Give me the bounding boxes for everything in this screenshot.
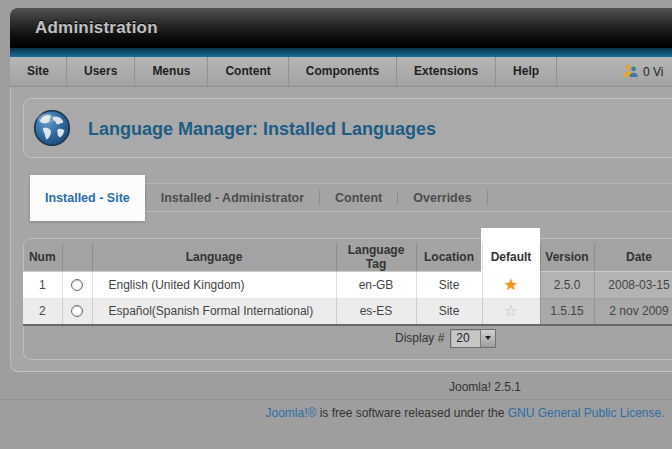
- display-limit-select[interactable]: 20: [450, 329, 496, 348]
- cell-location: Site: [416, 299, 482, 325]
- cell-default: ☆: [482, 299, 540, 325]
- menu-item-menus[interactable]: Menus: [135, 57, 208, 86]
- tab-separator: [487, 190, 488, 205]
- cell-language-tag: es-ES: [336, 299, 416, 325]
- window-title: Administration: [10, 8, 672, 48]
- menu-item-extensions[interactable]: Extensions: [397, 57, 496, 86]
- installed-languages-table: Num Language Language Tag Location Defau…: [23, 243, 672, 326]
- col-header-select: [62, 243, 92, 272]
- joomla-version-label: Joomla! 2.5.1: [0, 380, 672, 394]
- cell-version: 2.5.0: [540, 272, 594, 299]
- cell-date: 2008-03-15: [594, 272, 672, 299]
- cell-version: 1.5.15: [540, 299, 594, 325]
- star-icon-filled[interactable]: ★: [504, 276, 518, 293]
- footer-divider: [0, 399, 672, 400]
- tab-overrides[interactable]: Overrides: [398, 191, 486, 205]
- cell-language-tag: en-GB: [336, 272, 416, 299]
- cell-language: English (United Kingdom): [92, 272, 336, 299]
- star-icon-empty[interactable]: ☆: [504, 302, 518, 319]
- menu-item-help[interactable]: Help: [496, 57, 557, 86]
- menu-item-users[interactable]: Users: [67, 57, 135, 86]
- tab-content[interactable]: Content: [320, 191, 397, 205]
- table-row: 2 Español(Spanish Formal International) …: [23, 299, 672, 325]
- page-title: Language Manager: Installed Languages: [88, 99, 436, 159]
- visitors-count-label: 0 Vi: [643, 65, 663, 79]
- users-icon: [622, 64, 639, 80]
- display-label: Display #: [395, 331, 444, 345]
- col-header-num: Num: [23, 243, 62, 272]
- select-dropdown-button[interactable]: [480, 330, 495, 347]
- page-title-panel: Language Manager: Installed Languages: [23, 98, 672, 158]
- col-header-default: Default: [482, 243, 540, 272]
- globe-icon: [33, 109, 71, 151]
- cell-default: ★: [482, 272, 540, 299]
- admin-header-bar: Administration: [10, 8, 672, 48]
- cell-num: 2: [23, 299, 62, 325]
- tab-installed-administrator[interactable]: Installed - Administrator: [146, 191, 319, 205]
- joomla-admin-screen: Administration Site Users Menus Content …: [0, 0, 672, 449]
- footer-license-line: Joomla!® is free software released under…: [0, 406, 672, 420]
- radio-button[interactable]: [71, 279, 83, 291]
- visitors-status: 0 Vi: [622, 57, 663, 86]
- cell-select: [62, 299, 92, 325]
- pagination-row: Display # 20: [395, 328, 496, 348]
- chevron-down-icon: [485, 336, 491, 340]
- gnu-license-link[interactable]: GNU General Public License.: [508, 406, 665, 420]
- col-header-version: Version: [540, 243, 594, 272]
- main-menubar: Site Users Menus Content Components Exte…: [10, 57, 672, 87]
- license-text: is free software released under the: [316, 406, 507, 420]
- display-limit-value: 20: [451, 331, 480, 345]
- tab-row: Installed - Site Installed - Administrat…: [30, 183, 672, 212]
- col-header-location: Location: [416, 243, 482, 272]
- tab-installed-site[interactable]: Installed - Site: [30, 191, 145, 205]
- col-header-language-tag: Language Tag: [336, 243, 416, 272]
- menu-item-components[interactable]: Components: [289, 57, 397, 86]
- radio-button[interactable]: [71, 305, 83, 317]
- table-header-row: Num Language Language Tag Location Defau…: [23, 243, 672, 272]
- menu-item-content[interactable]: Content: [208, 57, 288, 86]
- cell-select: [62, 272, 92, 299]
- col-header-date: Date: [594, 243, 672, 272]
- cell-num: 1: [23, 272, 62, 299]
- joomla-link[interactable]: Joomla!®: [265, 406, 316, 420]
- menu-item-site[interactable]: Site: [10, 57, 67, 86]
- col-header-language: Language: [92, 243, 336, 272]
- table-row: 1 English (United Kingdom) en-GB Site ★ …: [23, 272, 672, 299]
- cell-language: Español(Spanish Formal International): [92, 299, 336, 325]
- header-accent-strip: [10, 48, 672, 57]
- cell-date: 2 nov 2009: [594, 299, 672, 325]
- cell-location: Site: [416, 272, 482, 299]
